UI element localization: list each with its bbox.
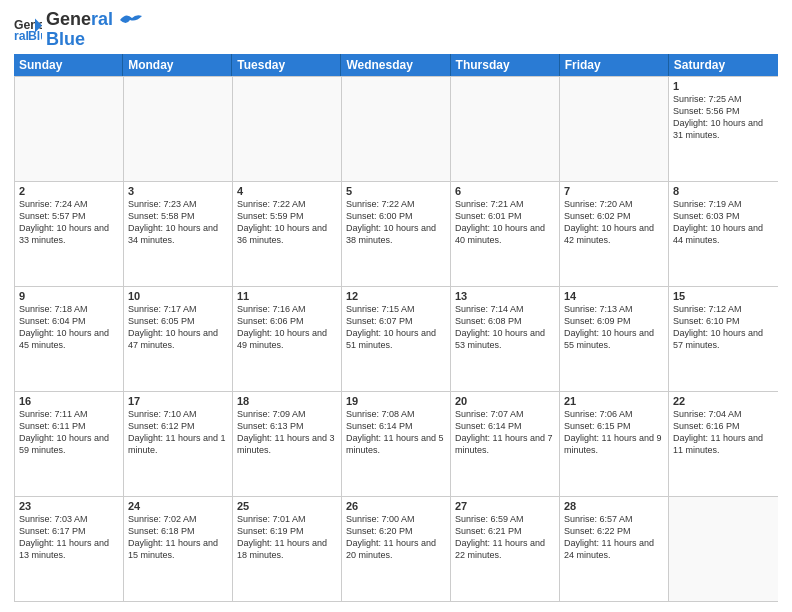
day-info: Sunrise: 6:57 AM Sunset: 6:22 PM Dayligh… xyxy=(564,513,664,562)
day-number: 12 xyxy=(346,290,446,302)
calendar-cell-3: 3Sunrise: 7:23 AM Sunset: 5:58 PM Daylig… xyxy=(124,182,233,286)
day-number: 26 xyxy=(346,500,446,512)
day-info: Sunrise: 7:25 AM Sunset: 5:56 PM Dayligh… xyxy=(673,93,774,142)
calendar-cell-28: 28Sunrise: 6:57 AM Sunset: 6:22 PM Dayli… xyxy=(560,497,669,601)
logo-blue: Blue xyxy=(46,30,144,48)
weekday-header-wednesday: Wednesday xyxy=(341,54,450,76)
calendar-cell-1: 1Sunrise: 7:25 AM Sunset: 5:56 PM Daylig… xyxy=(669,77,778,181)
calendar-cell-empty-0-3 xyxy=(342,77,451,181)
logo-icon: Gene ral Blue xyxy=(14,15,42,43)
day-info: Sunrise: 7:14 AM Sunset: 6:08 PM Dayligh… xyxy=(455,303,555,352)
day-number: 18 xyxy=(237,395,337,407)
calendar-cell-6: 6Sunrise: 7:21 AM Sunset: 6:01 PM Daylig… xyxy=(451,182,560,286)
header: Gene ral Blue General Blue xyxy=(14,10,778,48)
calendar-cell-19: 19Sunrise: 7:08 AM Sunset: 6:14 PM Dayli… xyxy=(342,392,451,496)
day-number: 16 xyxy=(19,395,119,407)
calendar-cell-empty-4-6 xyxy=(669,497,778,601)
calendar-cell-empty-0-5 xyxy=(560,77,669,181)
weekday-header-tuesday: Tuesday xyxy=(232,54,341,76)
weekday-header-thursday: Thursday xyxy=(451,54,560,76)
weekday-header-friday: Friday xyxy=(560,54,669,76)
calendar-cell-21: 21Sunrise: 7:06 AM Sunset: 6:15 PM Dayli… xyxy=(560,392,669,496)
calendar: SundayMondayTuesdayWednesdayThursdayFrid… xyxy=(14,54,778,602)
calendar-cell-10: 10Sunrise: 7:17 AM Sunset: 6:05 PM Dayli… xyxy=(124,287,233,391)
calendar-cell-18: 18Sunrise: 7:09 AM Sunset: 6:13 PM Dayli… xyxy=(233,392,342,496)
day-number: 24 xyxy=(128,500,228,512)
calendar-row-3: 16Sunrise: 7:11 AM Sunset: 6:11 PM Dayli… xyxy=(15,392,778,497)
svg-text:Blue: Blue xyxy=(28,28,42,42)
day-number: 10 xyxy=(128,290,228,302)
svg-text:ral: ral xyxy=(14,28,29,42)
weekday-header-monday: Monday xyxy=(123,54,232,76)
day-info: Sunrise: 7:03 AM Sunset: 6:17 PM Dayligh… xyxy=(19,513,119,562)
day-info: Sunrise: 7:19 AM Sunset: 6:03 PM Dayligh… xyxy=(673,198,774,247)
day-number: 7 xyxy=(564,185,664,197)
day-info: Sunrise: 7:22 AM Sunset: 5:59 PM Dayligh… xyxy=(237,198,337,247)
calendar-row-4: 23Sunrise: 7:03 AM Sunset: 6:17 PM Dayli… xyxy=(15,497,778,602)
day-number: 5 xyxy=(346,185,446,197)
calendar-cell-14: 14Sunrise: 7:13 AM Sunset: 6:09 PM Dayli… xyxy=(560,287,669,391)
calendar-cell-13: 13Sunrise: 7:14 AM Sunset: 6:08 PM Dayli… xyxy=(451,287,560,391)
calendar-cell-20: 20Sunrise: 7:07 AM Sunset: 6:14 PM Dayli… xyxy=(451,392,560,496)
calendar-row-1: 2Sunrise: 7:24 AM Sunset: 5:57 PM Daylig… xyxy=(15,182,778,287)
day-number: 23 xyxy=(19,500,119,512)
day-number: 11 xyxy=(237,290,337,302)
calendar-cell-9: 9Sunrise: 7:18 AM Sunset: 6:04 PM Daylig… xyxy=(15,287,124,391)
day-number: 6 xyxy=(455,185,555,197)
day-number: 15 xyxy=(673,290,774,302)
day-number: 28 xyxy=(564,500,664,512)
day-number: 17 xyxy=(128,395,228,407)
calendar-body: 1Sunrise: 7:25 AM Sunset: 5:56 PM Daylig… xyxy=(14,76,778,602)
day-number: 19 xyxy=(346,395,446,407)
day-number: 1 xyxy=(673,80,774,92)
weekday-header-sunday: Sunday xyxy=(14,54,123,76)
calendar-cell-16: 16Sunrise: 7:11 AM Sunset: 6:11 PM Dayli… xyxy=(15,392,124,496)
calendar-cell-25: 25Sunrise: 7:01 AM Sunset: 6:19 PM Dayli… xyxy=(233,497,342,601)
calendar-cell-empty-0-0 xyxy=(15,77,124,181)
day-info: Sunrise: 7:16 AM Sunset: 6:06 PM Dayligh… xyxy=(237,303,337,352)
calendar-cell-5: 5Sunrise: 7:22 AM Sunset: 6:00 PM Daylig… xyxy=(342,182,451,286)
day-number: 2 xyxy=(19,185,119,197)
day-info: Sunrise: 7:08 AM Sunset: 6:14 PM Dayligh… xyxy=(346,408,446,457)
calendar-cell-8: 8Sunrise: 7:19 AM Sunset: 6:03 PM Daylig… xyxy=(669,182,778,286)
day-info: Sunrise: 7:13 AM Sunset: 6:09 PM Dayligh… xyxy=(564,303,664,352)
day-info: Sunrise: 7:11 AM Sunset: 6:11 PM Dayligh… xyxy=(19,408,119,457)
weekday-header-saturday: Saturday xyxy=(669,54,778,76)
day-info: Sunrise: 7:01 AM Sunset: 6:19 PM Dayligh… xyxy=(237,513,337,562)
calendar-cell-22: 22Sunrise: 7:04 AM Sunset: 6:16 PM Dayli… xyxy=(669,392,778,496)
day-number: 25 xyxy=(237,500,337,512)
calendar-cell-7: 7Sunrise: 7:20 AM Sunset: 6:02 PM Daylig… xyxy=(560,182,669,286)
calendar-cell-15: 15Sunrise: 7:12 AM Sunset: 6:10 PM Dayli… xyxy=(669,287,778,391)
day-info: Sunrise: 7:00 AM Sunset: 6:20 PM Dayligh… xyxy=(346,513,446,562)
calendar-row-2: 9Sunrise: 7:18 AM Sunset: 6:04 PM Daylig… xyxy=(15,287,778,392)
calendar-cell-2: 2Sunrise: 7:24 AM Sunset: 5:57 PM Daylig… xyxy=(15,182,124,286)
day-info: Sunrise: 6:59 AM Sunset: 6:21 PM Dayligh… xyxy=(455,513,555,562)
logo-general: General xyxy=(46,9,113,29)
day-number: 9 xyxy=(19,290,119,302)
calendar-cell-empty-0-2 xyxy=(233,77,342,181)
calendar-cell-4: 4Sunrise: 7:22 AM Sunset: 5:59 PM Daylig… xyxy=(233,182,342,286)
day-info: Sunrise: 7:20 AM Sunset: 6:02 PM Dayligh… xyxy=(564,198,664,247)
day-info: Sunrise: 7:17 AM Sunset: 6:05 PM Dayligh… xyxy=(128,303,228,352)
calendar-cell-12: 12Sunrise: 7:15 AM Sunset: 6:07 PM Dayli… xyxy=(342,287,451,391)
calendar-cell-11: 11Sunrise: 7:16 AM Sunset: 6:06 PM Dayli… xyxy=(233,287,342,391)
day-info: Sunrise: 7:06 AM Sunset: 6:15 PM Dayligh… xyxy=(564,408,664,457)
day-number: 4 xyxy=(237,185,337,197)
day-info: Sunrise: 7:07 AM Sunset: 6:14 PM Dayligh… xyxy=(455,408,555,457)
logo: Gene ral Blue General Blue xyxy=(14,10,144,48)
calendar-header: SundayMondayTuesdayWednesdayThursdayFrid… xyxy=(14,54,778,76)
day-info: Sunrise: 7:23 AM Sunset: 5:58 PM Dayligh… xyxy=(128,198,228,247)
calendar-cell-23: 23Sunrise: 7:03 AM Sunset: 6:17 PM Dayli… xyxy=(15,497,124,601)
day-info: Sunrise: 7:10 AM Sunset: 6:12 PM Dayligh… xyxy=(128,408,228,457)
day-number: 27 xyxy=(455,500,555,512)
day-info: Sunrise: 7:21 AM Sunset: 6:01 PM Dayligh… xyxy=(455,198,555,247)
logo-bird-icon xyxy=(120,12,142,28)
calendar-row-0: 1Sunrise: 7:25 AM Sunset: 5:56 PM Daylig… xyxy=(15,77,778,182)
day-number: 13 xyxy=(455,290,555,302)
day-number: 8 xyxy=(673,185,774,197)
day-info: Sunrise: 7:24 AM Sunset: 5:57 PM Dayligh… xyxy=(19,198,119,247)
day-number: 14 xyxy=(564,290,664,302)
day-info: Sunrise: 7:04 AM Sunset: 6:16 PM Dayligh… xyxy=(673,408,774,457)
calendar-cell-17: 17Sunrise: 7:10 AM Sunset: 6:12 PM Dayli… xyxy=(124,392,233,496)
day-number: 22 xyxy=(673,395,774,407)
